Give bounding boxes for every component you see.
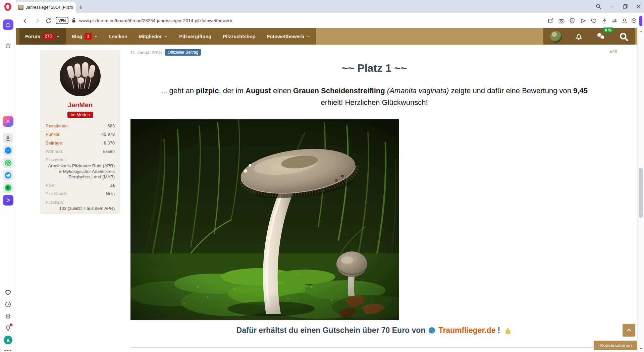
post-number-link[interactable]: #38	[610, 49, 617, 54]
chevron-down-icon	[94, 35, 98, 38]
a-circle-icon[interactable]: a	[3, 335, 13, 345]
home-speeddial-icon[interactable]	[3, 19, 13, 30]
window-search-icon[interactable]	[595, 3, 602, 10]
scrollbar-down-icon	[639, 346, 643, 350]
scrollbar-thumb[interactable]	[639, 168, 643, 218]
nav-item-fotowettbewerb[interactable]: Fotowettbewerb	[261, 28, 316, 45]
player-icon[interactable]	[3, 195, 13, 206]
author-stats: Reaktionen:683 Punkte:45.978 Beiträge:8.…	[40, 123, 120, 214]
opera-logo-icon[interactable]	[4, 3, 11, 11]
stat-row: PSV:Ja	[46, 183, 115, 188]
globe-emoji-icon	[428, 327, 436, 334]
spotify-icon[interactable]	[3, 182, 13, 193]
tune-sliders-icon[interactable]	[611, 17, 618, 24]
author-avatar[interactable]	[60, 56, 101, 96]
author-username[interactable]: JanMen	[68, 101, 93, 109]
send-to-device-icon[interactable]	[580, 17, 586, 24]
post-meta: 11. Januar 2015 Offizieller Beitrag	[130, 49, 201, 56]
address-bar-url[interactable]: www.pilzforum.eu/board/thread/28254-jahr…	[79, 18, 232, 23]
chat-percent-badge: 0 %	[603, 27, 613, 33]
snapshot-camera-icon[interactable]	[558, 17, 565, 24]
aria-ai-icon[interactable]	[3, 116, 13, 127]
window-close-icon[interactable]	[635, 3, 642, 10]
shopping-icon[interactable]	[3, 133, 13, 143]
scroll-to-top-button[interactable]	[623, 324, 635, 337]
whats-new-bulb-icon[interactable]	[3, 323, 13, 334]
bookmarks-star-icon[interactable]	[3, 40, 13, 51]
page-scrollbar[interactable]	[637, 28, 644, 352]
sidebar-toggle-pill[interactable]	[639, 16, 642, 26]
lock-icon[interactable]	[71, 17, 77, 23]
opera-menu-corner[interactable]	[0, 0, 16, 13]
favorites-heart-icon[interactable]	[590, 17, 597, 24]
settings-gear-icon[interactable]: ⚙	[3, 311, 13, 322]
nav-item-pilzzuchtshop[interactable]: Pilzzuchtshop	[217, 28, 261, 45]
nav-item-pilzvergiftung[interactable]: Pilzvergiftung	[173, 28, 217, 45]
sidebar-more-icon[interactable]: •••	[3, 345, 13, 352]
post-body-line2: erhielt! Herzlichen Glückwunsch!	[321, 98, 428, 107]
post-date[interactable]: 11. Januar 2015	[130, 50, 162, 55]
nav-item-blog[interactable]: Blog 1	[66, 28, 103, 45]
post-divider	[130, 347, 635, 348]
post-headline: ~~ Platz 1 ~~	[130, 62, 618, 74]
chevron-down-icon	[56, 35, 60, 38]
author-profile-card: JanMen Im Modus Reaktionen:683 Punkte:45…	[40, 50, 120, 214]
browser-window: Jahressieger 2014 (Pilzfoto + VPN www.pi…	[0, 0, 644, 352]
telegram-icon[interactable]	[3, 170, 13, 181]
official-post-badge: Offizieller Beitrag	[165, 49, 201, 56]
notifications-bell-icon[interactable]	[574, 32, 583, 41]
sidebar-heart-icon[interactable]	[3, 287, 13, 298]
traumflieger-link[interactable]: Traumflieger.de	[438, 326, 495, 335]
thumbs-up-emoji-icon	[504, 327, 512, 335]
downloads-icon[interactable]	[601, 17, 608, 24]
prize-bang: !	[497, 326, 500, 335]
messenger-icon[interactable]	[3, 145, 13, 156]
conversations-chat-icon[interactable]: 0 %	[596, 32, 606, 42]
user-avatar[interactable]	[550, 31, 562, 43]
forward-icon[interactable]	[34, 17, 41, 24]
window-minimize-icon[interactable]	[608, 3, 615, 10]
post-image-mushroom[interactable]	[130, 119, 399, 320]
nav-item-mitglieder[interactable]: Mitglieder	[133, 28, 173, 45]
stat-row: Punkte:45.978	[46, 132, 115, 137]
cube-extension-icon[interactable]	[631, 17, 637, 24]
profile-icon[interactable]	[621, 17, 628, 24]
conversations-bar[interactable]: Konversationen	[594, 341, 638, 350]
stat-row: Pilzchips:103 (zuletzt 7 aus dem APR)	[46, 200, 115, 212]
stat-row: Wohnort:Essen	[46, 149, 115, 154]
prize-text: Dafür erhältst du einen Gutschein über 7…	[236, 326, 426, 335]
nav-item-forum[interactable]: Forum 275	[19, 28, 66, 45]
chevron-down-icon	[307, 35, 310, 38]
nav-item-lexikon[interactable]: Lexikon	[103, 28, 133, 45]
stat-row: Pilzverein:Arbeitskreis Pilzkunde Ruhr (…	[46, 157, 115, 180]
scrollbar-up-icon	[639, 30, 643, 34]
forum-count-badge: 275	[43, 33, 54, 39]
tab-title: Jahressieger 2014 (Pilzfoto	[26, 5, 73, 10]
prize-line: Dafür erhältst du einen Gutschein über 7…	[130, 326, 618, 335]
stat-row: Beiträge:8.370	[46, 140, 115, 146]
chevron-down-icon	[164, 35, 168, 38]
author-rank-badge: Im Modus	[67, 112, 93, 118]
forum-nav-bar: Forum 275 Blog 1 Lexikon Mitglieder Pilz…	[16, 28, 637, 45]
new-tab-button[interactable]: +	[76, 3, 85, 11]
forum-nav-menu: Forum 275 Blog 1 Lexikon Mitglieder Pilz…	[16, 28, 316, 45]
blog-count-badge: 1	[85, 33, 92, 39]
notification-dot	[10, 324, 12, 326]
history-clock-icon[interactable]	[3, 299, 13, 310]
nav-icon-group: 0 %	[543, 28, 635, 45]
browser-tab[interactable]: Jahressieger 2014 (Pilzfoto	[15, 2, 76, 13]
back-icon[interactable]	[21, 17, 29, 24]
edit-page-icon[interactable]	[547, 17, 554, 24]
whatsapp-icon[interactable]	[3, 158, 13, 168]
post-body: ... geht an pilzpic, der im August einen…	[130, 85, 618, 108]
reload-icon[interactable]	[45, 17, 52, 24]
shield-check-icon[interactable]	[569, 17, 576, 24]
stat-row: Pilz-Coach:Nein	[46, 191, 115, 196]
stat-row: Reaktionen:683	[46, 123, 115, 129]
search-icon[interactable]	[619, 32, 629, 42]
tab-favicon-icon	[18, 5, 23, 10]
window-restore-icon[interactable]	[622, 3, 629, 10]
vpn-badge[interactable]: VPN	[56, 17, 68, 24]
tab-strip	[16, 0, 644, 13]
